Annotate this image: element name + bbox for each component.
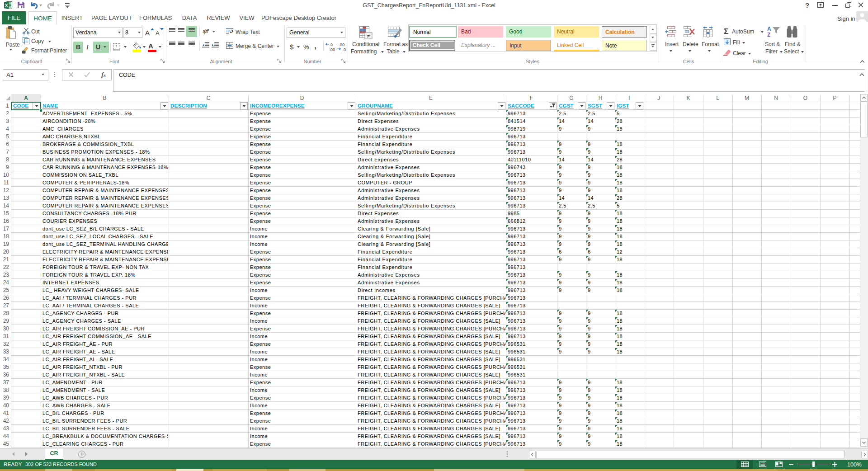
svg-text:≠: ≠ <box>367 33 370 39</box>
